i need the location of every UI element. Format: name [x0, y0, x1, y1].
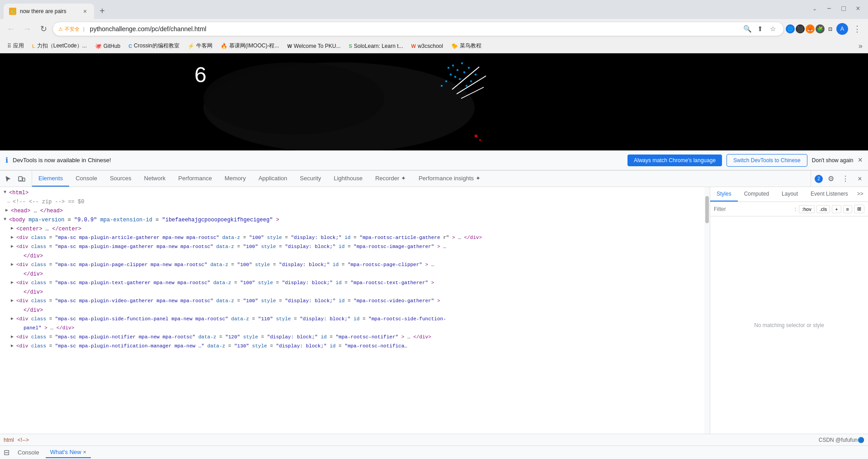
expand-arrow[interactable]: ▼ — [2, 216, 8, 223]
console-tab-whatsnew[interactable]: What's New × — [46, 447, 91, 458]
devtools-settings-button[interactable]: ⚙ — [825, 173, 837, 185]
dom-line-comment[interactable]: … <!-- <-- zip --> == $0 — [0, 198, 704, 207]
more-button[interactable]: ⋮ — [850, 22, 864, 36]
bookmark-w3cschool[interactable]: W w3cschool — [408, 41, 447, 51]
breadcrumb-html[interactable]: html — [4, 437, 14, 443]
expand-arrow[interactable]: ▶ — [9, 243, 15, 250]
dom-line-center[interactable]: ▶ <center> … </center> — [0, 225, 704, 234]
sidebar-toggle[interactable]: ⊡ — [826, 24, 835, 33]
switch-chinese-button[interactable]: Switch DevTools to Chinese — [726, 154, 807, 167]
styles-tab-styles[interactable]: Styles — [710, 187, 738, 201]
minimize-button[interactable]: − — [823, 2, 835, 15]
expand-arrow[interactable]: ▶ — [9, 279, 15, 286]
styles-tab-computed[interactable]: Computed — [738, 187, 775, 201]
tab-close-button[interactable]: × — [81, 8, 89, 15]
filter-hov-button[interactable]: :hov — [799, 205, 815, 213]
search-icon-button[interactable]: 🔍 — [742, 23, 753, 34]
tab-performance-insights[interactable]: Performance insights ✦ — [412, 171, 487, 187]
whatsnew-close[interactable]: × — [83, 449, 86, 455]
tab-performance[interactable]: Performance — [172, 171, 218, 187]
tab-sources[interactable]: Sources — [104, 171, 138, 187]
bookmark-button[interactable]: ☆ — [767, 23, 778, 34]
dom-line-head[interactable]: ▶ <head> … </head> — [0, 207, 704, 216]
devtools-close-button[interactable]: × — [854, 173, 866, 185]
new-tab-button[interactable]: + — [96, 5, 108, 17]
styles-filter-input[interactable] — [714, 206, 792, 212]
bookmark-leetcode[interactable]: L 力扣（LeetCode）... — [28, 40, 90, 52]
dont-show-link[interactable]: Don't show again — [812, 157, 854, 164]
devtools-more-button[interactable]: ⋮ — [839, 173, 852, 185]
address-bar[interactable]: ⚠ 不安全 | pythonchallenge.com/pc/def/chann… — [52, 22, 784, 36]
dom-line-div3[interactable]: ▶ <div class = "mpa-sc mpa-plugin-page-c… — [0, 261, 704, 270]
reload-button[interactable]: ↻ — [36, 22, 51, 36]
expand-arrow[interactable]: ▶ — [9, 225, 15, 232]
dom-line-div7[interactable]: ▶ <div class = "mpa-sc mpa-plugin-notifi… — [0, 333, 704, 342]
bookmark-sololearn[interactable]: S SoloLearn: Learn t... — [345, 41, 406, 51]
tab-search-button[interactable]: ⌄ — [808, 2, 821, 15]
dom-line-close1[interactable]: </div> — [0, 252, 704, 261]
back-button[interactable]: ← — [4, 22, 18, 36]
console-tab-console[interactable]: Console — [13, 447, 44, 458]
expand-arrow[interactable]: ▶ — [9, 315, 15, 323]
share-button[interactable]: ⬆ — [755, 23, 765, 34]
ext-icon-3[interactable]: 🦊 — [806, 24, 815, 33]
dom-line-div1[interactable]: ▶ <div class = "mpa-sc mpa-plugin-articl… — [0, 234, 704, 243]
dom-line-div2[interactable]: ▶ <div class = "mpa-sc mpa-plugin-image-… — [0, 243, 704, 252]
dom-line-div6[interactable]: ▶ <div class = "mpa-sc mpa-plugin-side-f… — [0, 315, 704, 324]
filter-icon2-button[interactable]: ⊞ — [854, 205, 864, 213]
bookmark-niuke[interactable]: ⚡ 牛客网 — [184, 40, 216, 52]
device-toolbar-button[interactable] — [15, 173, 28, 185]
expand-arrow[interactable]: ▶ — [4, 207, 10, 214]
ext-icon-1[interactable]: 🌐 — [786, 24, 795, 33]
dom-line-close2[interactable]: </div> — [0, 270, 704, 279]
dom-tree[interactable]: ▼ <html> … <!-- <-- zip --> == $0 — [0, 187, 704, 434]
notification-close-button[interactable]: × — [858, 155, 863, 165]
dom-line-close4[interactable]: </div> — [0, 306, 704, 315]
dom-line-div4[interactable]: ▶ <div class = "mpa-sc mpa-plugin-text-g… — [0, 279, 704, 288]
expand-arrow[interactable]: ▼ — [2, 189, 8, 196]
bookmarks-more-button[interactable]: » — [857, 40, 864, 52]
dom-line-div5[interactable]: ▶ <div class = "mpa-sc mpa-plugin-video-… — [0, 297, 704, 306]
styles-tab-layout[interactable]: Layout — [775, 187, 804, 201]
bookmark-pku[interactable]: W Welcome To PKU... — [283, 41, 344, 51]
tab-memory[interactable]: Memory — [218, 171, 252, 187]
dom-tree-scrollbar[interactable] — [704, 187, 710, 434]
ext-icon-2[interactable]: ⬛ — [796, 24, 805, 33]
close-button[interactable]: × — [852, 2, 864, 15]
expand-arrow[interactable]: ▶ — [9, 234, 15, 241]
bookmark-imooc[interactable]: 🔥 慕课网(IMOOC)-程... — [217, 40, 283, 52]
profile-button[interactable]: A — [836, 23, 848, 35]
filter-cls-button[interactable]: .cls — [816, 205, 830, 213]
bookmark-runoob[interactable]: 🐤 菜鸟教程 — [448, 40, 485, 52]
tab-recorder[interactable]: Recorder ✦ — [369, 171, 412, 187]
tab-console[interactable]: Console — [69, 171, 104, 187]
forward-button[interactable]: → — [20, 22, 34, 36]
bookmark-github[interactable]: 🐙 GitHub — [91, 41, 124, 51]
bookmark-apps[interactable]: ⠿ 应用 — [4, 40, 28, 52]
bookmark-crossin[interactable]: C Crossin的编程教室 — [125, 40, 183, 52]
expand-arrow[interactable]: ▶ — [9, 333, 15, 341]
styles-tab-more[interactable]: >> — [854, 187, 866, 201]
tab-lighthouse[interactable]: Lighthouse — [327, 171, 369, 187]
tab-application[interactable]: Application — [252, 171, 294, 187]
dom-line-div8[interactable]: ▶ <div class = "mpa-sc mpa-plugin-notifi… — [0, 342, 704, 351]
expand-arrow[interactable]: ▶ — [9, 342, 15, 350]
dom-line-body[interactable]: ▼ <body mpa-version = "9.0.9" mpa-extens… — [0, 216, 704, 225]
breadcrumb-comment[interactable]: <!--> — [18, 437, 29, 443]
ext-icon-4[interactable]: 🧩 — [816, 24, 825, 33]
match-language-button[interactable]: Always match Chrome's language — [627, 155, 722, 166]
expand-arrow[interactable]: ▶ — [9, 297, 15, 304]
browser-tab[interactable]: 🐍 now there are pairs × — [4, 4, 94, 19]
filter-icon1-button[interactable]: ≡ — [843, 205, 852, 213]
scrollbar-thumb[interactable] — [705, 196, 709, 223]
console-drawer-toggle[interactable]: ⊟ — [4, 448, 9, 457]
tab-elements[interactable]: Elements — [32, 171, 69, 187]
dom-line-sfp-cont[interactable]: panel" > … </div> — [0, 324, 704, 333]
dom-line-html[interactable]: ▼ <html> — [0, 189, 704, 198]
maximize-button[interactable]: □ — [837, 2, 850, 15]
tab-network[interactable]: Network — [138, 171, 172, 187]
dom-line-close3[interactable]: </div> — [0, 288, 704, 297]
filter-add-button[interactable]: + — [832, 205, 841, 213]
styles-tab-event-listeners[interactable]: Event Listeners — [804, 187, 854, 201]
tab-security[interactable]: Security — [293, 171, 327, 187]
